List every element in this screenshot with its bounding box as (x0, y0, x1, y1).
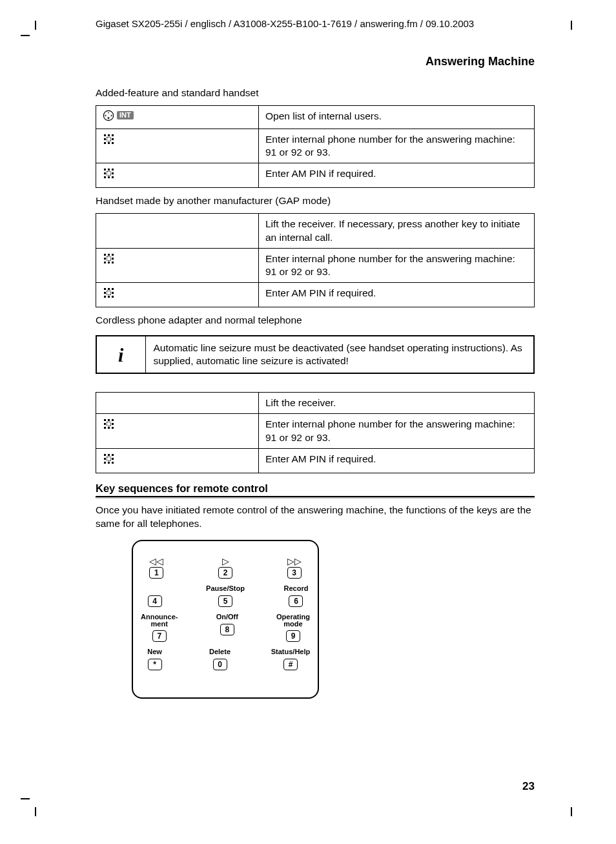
rewind-icon: ◁◁ (149, 557, 163, 566)
key-8: 8 (220, 624, 234, 635)
key-5-label: Pause/Stop (206, 585, 245, 593)
svg-rect-23 (104, 258, 106, 260)
svg-rect-38 (104, 419, 106, 421)
key-star-label: New (147, 648, 162, 657)
table3-row3-text: Enter AM PIN if required. (259, 448, 535, 473)
svg-rect-34 (104, 296, 106, 298)
intro-3: Cordless phone adapter and normal teleph… (96, 314, 535, 327)
svg-rect-42 (112, 423, 114, 425)
svg-rect-3 (108, 134, 110, 136)
key-7: 7 (152, 630, 167, 642)
svg-rect-47 (104, 454, 106, 456)
svg-rect-30 (108, 288, 110, 290)
svg-rect-15 (112, 172, 114, 174)
keypad-diagram: ◁◁ 1 ▷ 2 ▷▷ 3 4 Pause/Stop 5 Record (132, 540, 319, 699)
svg-rect-12 (108, 169, 110, 170)
key-4-label (154, 585, 156, 593)
svg-rect-7 (104, 142, 106, 144)
subsection-title: Key sequences for remote control (96, 482, 535, 495)
key-star: * (148, 659, 162, 670)
svg-rect-37 (107, 291, 111, 294)
svg-rect-41 (104, 423, 106, 425)
keypad-icon (103, 167, 116, 180)
key-9: 9 (286, 630, 300, 642)
table1-row1-text: Open list of internal users. (259, 105, 535, 129)
table2-row2-text: Enter internal phone number for the answ… (259, 248, 535, 282)
svg-rect-25 (104, 262, 106, 263)
section-title: Answering Machine (96, 55, 535, 68)
table1-row2-text: Enter internal phone number for the answ… (259, 129, 535, 163)
svg-rect-17 (108, 176, 110, 178)
key-8-label: On/Off (216, 613, 238, 622)
key-9-label: Operating mode (276, 613, 310, 628)
table2-row1-text: Lift the receiver. If necessary, press a… (259, 214, 535, 248)
intro-2: Handset made by another manufacturer (GA… (96, 194, 535, 208)
key-1: 1 (149, 567, 163, 579)
svg-rect-32 (104, 292, 106, 294)
svg-rect-2 (104, 134, 106, 136)
rule-divider (96, 496, 535, 499)
svg-rect-35 (108, 296, 110, 298)
key-3: 3 (287, 567, 302, 579)
svg-rect-13 (112, 169, 114, 170)
svg-rect-9 (112, 142, 114, 144)
key-6-label: Record (284, 585, 309, 593)
svg-rect-10 (107, 138, 111, 141)
svg-rect-46 (107, 422, 111, 426)
svg-rect-24 (112, 258, 114, 260)
svg-rect-55 (107, 457, 111, 460)
key-hash: # (283, 659, 298, 670)
key-0-label: Delete (209, 648, 231, 657)
svg-rect-18 (112, 176, 114, 178)
svg-rect-50 (104, 458, 106, 460)
svg-rect-40 (112, 419, 114, 421)
key-hash-label: Status/Help (271, 648, 311, 657)
key-5: 5 (218, 595, 232, 607)
key-2: 2 (218, 567, 232, 579)
key-0: 0 (213, 659, 227, 670)
play-icon: ▷ (222, 557, 229, 566)
svg-rect-16 (104, 176, 106, 178)
svg-rect-39 (108, 419, 110, 421)
svg-rect-27 (112, 262, 114, 263)
svg-rect-21 (108, 254, 110, 256)
info-text: Automatic line seizure must be deactivat… (145, 336, 534, 373)
keypad-icon (103, 453, 116, 466)
table3-row2-text: Enter internal phone number for the answ… (259, 414, 535, 448)
svg-rect-5 (104, 138, 106, 140)
svg-rect-36 (112, 296, 114, 298)
int-label-badge: INT (117, 111, 134, 119)
table-gap-mode: Lift the receiver. If necessary, press a… (96, 213, 535, 307)
keypad-icon (103, 418, 116, 431)
svg-rect-53 (108, 462, 110, 464)
svg-rect-52 (104, 462, 106, 464)
svg-rect-28 (107, 256, 111, 260)
svg-rect-31 (112, 288, 114, 290)
svg-rect-33 (112, 292, 114, 294)
intro-1: Added-feature and standard handset (96, 87, 535, 100)
svg-rect-11 (104, 169, 106, 170)
info-box: i Automatic line seizure must be deactiv… (96, 335, 535, 374)
svg-rect-8 (108, 142, 110, 144)
table-added-feature: INT Open list of internal users. Enter i… (96, 105, 535, 189)
svg-rect-20 (104, 254, 106, 256)
svg-rect-14 (104, 172, 106, 174)
subsection-text: Once you have initiated remote control o… (96, 504, 535, 531)
doc-path: Gigaset SX205-255i / englisch / A31008-X… (96, 18, 535, 29)
svg-rect-19 (107, 172, 111, 176)
svg-rect-6 (112, 138, 114, 140)
svg-rect-44 (108, 427, 110, 429)
keypad-icon (103, 287, 116, 300)
page-number: 23 (522, 780, 535, 793)
svg-rect-29 (104, 288, 106, 290)
svg-rect-48 (108, 454, 110, 456)
key-7-label: Announce- ment (141, 613, 178, 628)
table3-row1-text: Lift the receiver. (259, 393, 535, 414)
table1-row3-text: Enter AM PIN if required. (259, 163, 535, 188)
key-4: 4 (148, 595, 162, 607)
keypad-icon (103, 133, 116, 146)
svg-rect-43 (104, 427, 106, 429)
key-6: 6 (289, 595, 303, 607)
svg-rect-26 (108, 262, 110, 263)
table-cordless-adapter: Lift the receiver. Enter internal phone … (96, 392, 535, 473)
